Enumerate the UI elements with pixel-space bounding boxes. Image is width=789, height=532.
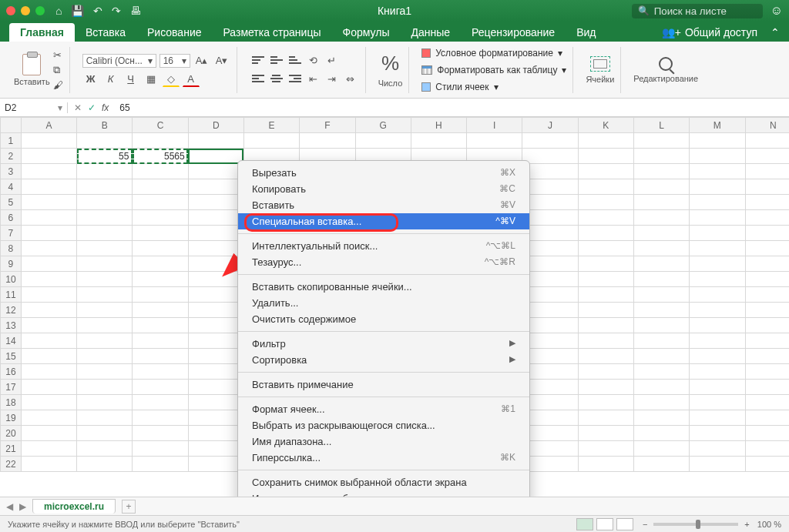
cell-C1[interactable]: [133, 133, 188, 149]
cell-A10[interactable]: [21, 272, 76, 287]
row-header[interactable]: 18: [1, 395, 22, 410]
cell-L21[interactable]: [633, 441, 689, 457]
cell-N5[interactable]: [745, 195, 789, 210]
formula-input[interactable]: 65: [115, 102, 789, 113]
search-input[interactable]: [654, 5, 747, 17]
cell-D16[interactable]: [188, 364, 243, 380]
cell-B8[interactable]: [77, 241, 133, 256]
cell-A17[interactable]: [21, 380, 76, 395]
orientation-icon[interactable]: ⟲: [305, 53, 322, 69]
cell-A18[interactable]: [21, 395, 76, 410]
tab-draw[interactable]: Рисование: [136, 23, 213, 42]
close-window[interactable]: [6, 6, 15, 15]
menu-range-name[interactable]: Имя диапазона...: [238, 433, 529, 450]
cell-B1[interactable]: [77, 133, 133, 149]
cell-J8[interactable]: [522, 241, 578, 256]
zoom-in[interactable]: +: [744, 520, 749, 529]
cell-D8[interactable]: [188, 241, 243, 256]
align-left-icon[interactable]: [250, 72, 267, 87]
row-header[interactable]: 11: [1, 287, 22, 303]
cell-A14[interactable]: [21, 333, 76, 349]
cell-B14[interactable]: [77, 333, 133, 349]
cell-B16[interactable]: [77, 364, 133, 380]
row-header[interactable]: 15: [1, 349, 22, 364]
wrap-text-icon[interactable]: ↵: [324, 53, 341, 69]
cell-B3[interactable]: [77, 164, 133, 179]
cell-B20[interactable]: [77, 426, 133, 441]
save-icon[interactable]: 💾: [71, 5, 84, 17]
zoom-slider[interactable]: [653, 523, 738, 526]
cell-J12[interactable]: [522, 303, 578, 318]
cell-A2[interactable]: [21, 149, 76, 164]
row-header[interactable]: 5: [1, 195, 22, 210]
cell-L20[interactable]: [633, 426, 689, 441]
cell-K9[interactable]: [578, 256, 633, 272]
share-button[interactable]: 👥+ Общий доступ ⌃: [653, 23, 789, 42]
cell-N7[interactable]: [745, 226, 789, 241]
cell-B18[interactable]: [77, 395, 133, 410]
cell-D13[interactable]: [188, 318, 243, 333]
tab-view[interactable]: Вид: [566, 23, 606, 42]
cell-C19[interactable]: [133, 410, 188, 426]
cell-B17[interactable]: [77, 380, 133, 395]
cell-N20[interactable]: [745, 426, 789, 441]
cell-J17[interactable]: [522, 380, 578, 395]
row-header[interactable]: 19: [1, 410, 22, 426]
cell-L5[interactable]: [633, 195, 689, 210]
cell-C6[interactable]: [133, 210, 188, 226]
cancel-icon[interactable]: ✕: [74, 102, 82, 113]
indent-inc-icon[interactable]: ⇥: [324, 72, 341, 87]
cell-L18[interactable]: [633, 395, 689, 410]
row-header[interactable]: 4: [1, 179, 22, 195]
view-normal[interactable]: [576, 518, 593, 530]
cell-A15[interactable]: [21, 349, 76, 364]
cell-J6[interactable]: [522, 210, 578, 226]
cell-M16[interactable]: [690, 364, 745, 380]
cell-L17[interactable]: [633, 380, 689, 395]
cell-J5[interactable]: [522, 195, 578, 210]
cell-C7[interactable]: [133, 226, 188, 241]
increase-font-icon[interactable]: A▴: [193, 53, 210, 69]
name-box[interactable]: D2▾: [0, 102, 68, 113]
col-header[interactable]: F: [300, 118, 355, 133]
cell-G1[interactable]: [355, 133, 411, 149]
cell-A3[interactable]: [21, 164, 76, 179]
cell-J15[interactable]: [522, 349, 578, 364]
cell-N1[interactable]: [745, 133, 789, 149]
cell-K16[interactable]: [578, 364, 633, 380]
cell-J7[interactable]: [522, 226, 578, 241]
cell-K21[interactable]: [578, 441, 633, 457]
cell-N21[interactable]: [745, 441, 789, 457]
cell-N12[interactable]: [745, 303, 789, 318]
sheet-tab[interactable]: microexcel.ru: [32, 499, 116, 514]
view-page-break[interactable]: [616, 518, 633, 530]
cell-B21[interactable]: [77, 441, 133, 457]
row-header[interactable]: 2: [1, 149, 22, 164]
cell-C15[interactable]: [133, 349, 188, 364]
cell-A4[interactable]: [21, 179, 76, 195]
border-button[interactable]: ▦: [143, 72, 159, 87]
minimize-window[interactable]: [21, 6, 30, 15]
menu-insert-copied[interactable]: Вставить скопированные ячейки...: [238, 279, 529, 295]
cell-A21[interactable]: [21, 441, 76, 457]
cell-D10[interactable]: [188, 272, 243, 287]
italic-button[interactable]: К: [102, 72, 119, 87]
cell-C20[interactable]: [133, 426, 188, 441]
cell-D19[interactable]: [188, 410, 243, 426]
cell-L19[interactable]: [633, 410, 689, 426]
cell-F1[interactable]: [300, 133, 355, 149]
cell-C12[interactable]: [133, 303, 188, 318]
cell-C22[interactable]: [133, 457, 188, 472]
cell-M21[interactable]: [690, 441, 745, 457]
cell-N3[interactable]: [745, 164, 789, 179]
cell-J22[interactable]: [522, 457, 578, 472]
col-header[interactable]: B: [77, 118, 133, 133]
cell-A11[interactable]: [21, 287, 76, 303]
cell-N9[interactable]: [745, 256, 789, 272]
tab-data[interactable]: Данные: [400, 23, 461, 42]
cell-C21[interactable]: [133, 441, 188, 457]
cell-N8[interactable]: [745, 241, 789, 256]
row-header[interactable]: 8: [1, 241, 22, 256]
col-header[interactable]: G: [355, 118, 411, 133]
cell-K3[interactable]: [578, 164, 633, 179]
